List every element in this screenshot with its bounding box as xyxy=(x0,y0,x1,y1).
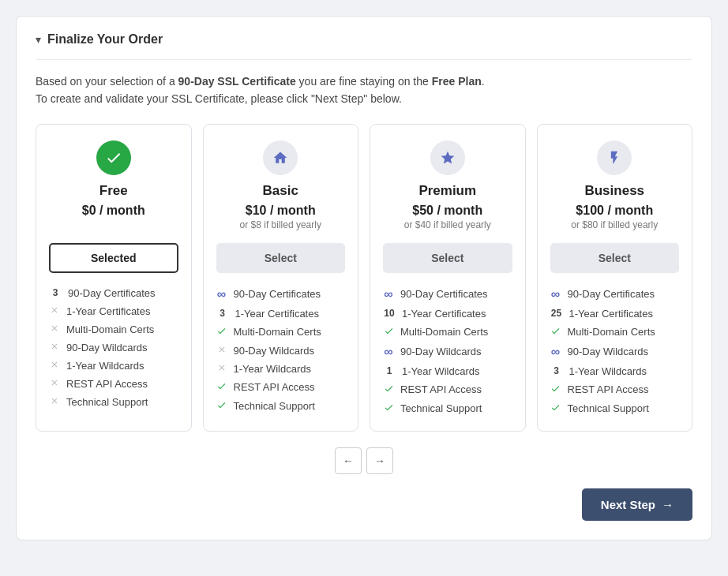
features-list-free: 390-Day Certificates1-Year CertificatesM… xyxy=(49,287,178,408)
list-item: Multi-Domain Certs xyxy=(49,324,178,335)
list-item: REST API Access xyxy=(383,383,512,396)
next-step-label: Next Step xyxy=(601,498,655,511)
features-list-premium: ∞90-Day Certificates101-Year Certificate… xyxy=(383,287,512,415)
list-item: REST API Access xyxy=(49,378,178,390)
checkmark-icon xyxy=(383,383,394,396)
feature-text: Multi-Domain Certs xyxy=(568,326,655,338)
feature-text: 90-Day Certificates xyxy=(568,288,655,300)
next-step-arrow-icon: → xyxy=(662,498,674,511)
cross-icon xyxy=(216,345,227,357)
list-item: 90-Day Wildcards xyxy=(216,345,346,357)
plan-card-free: Free$0 / monthSelected390-Day Certificat… xyxy=(36,124,192,432)
plan-card-premium: Premium$50 / monthor $40 if billed yearl… xyxy=(370,124,526,432)
desc-line2: To create and validate your SSL Certific… xyxy=(36,92,402,105)
plan-price-free: $0 / month xyxy=(82,204,145,218)
next-step-button[interactable]: Next Step → xyxy=(582,488,692,521)
plan-name-free: Free xyxy=(99,183,128,199)
list-item: Technical Support xyxy=(49,396,178,408)
cross-icon xyxy=(49,305,60,317)
plan-card-business: Business$100 / monthor $80 if billed yea… xyxy=(537,124,693,432)
plan-btn-free[interactable]: Selected xyxy=(49,243,178,273)
list-item: 390-Day Certificates xyxy=(49,287,178,299)
plans-grid: Free$0 / monthSelected390-Day Certificat… xyxy=(36,124,692,432)
list-item: 31-Year Wildcards xyxy=(550,365,680,377)
list-item: 31-Year Certificates xyxy=(216,308,346,320)
feature-badge: 3 xyxy=(216,308,229,319)
checkmark-icon xyxy=(216,400,227,413)
checkmark-icon xyxy=(383,402,394,415)
feature-badge: 10 xyxy=(383,308,396,319)
feature-text: 90-Day Wildcards xyxy=(66,342,148,353)
feature-text: 90-Day Wildcards xyxy=(568,346,649,357)
infinity-icon: ∞ xyxy=(216,287,227,301)
plan-btn-basic[interactable]: Select xyxy=(216,243,346,273)
desc-free-plan-bold: Free Plan xyxy=(432,75,482,88)
feature-text: 1-Year Wildcards xyxy=(569,365,647,377)
plan-price-premium: $50 / month xyxy=(412,204,482,218)
list-item: 101-Year Certificates xyxy=(383,308,512,320)
checkmark-icon xyxy=(216,381,227,394)
next-page-button[interactable]: → xyxy=(366,447,393,474)
feature-text: Multi-Domain Certs xyxy=(66,324,154,335)
list-item: ∞90-Day Wildcards xyxy=(550,345,680,359)
cross-icon xyxy=(49,378,60,390)
plan-btn-business[interactable]: Select xyxy=(550,243,680,273)
infinity-icon: ∞ xyxy=(383,345,394,359)
feature-text: 1-Year Wildcards xyxy=(66,360,144,372)
description-text: Based on your selection of a 90-Day SSL … xyxy=(36,73,692,108)
plan-name-premium: Premium xyxy=(418,183,476,199)
checkmark-icon xyxy=(550,402,561,415)
list-item: 11-Year Wildcards xyxy=(383,365,512,377)
feature-text: 1-Year Certificates xyxy=(66,305,150,317)
list-item: Multi-Domain Certs xyxy=(383,326,512,338)
plan-price-basic: $10 / month xyxy=(246,204,316,218)
main-container: ▾ Finalize Your Order Based on your sele… xyxy=(0,0,728,576)
plan-name-business: Business xyxy=(584,183,644,199)
plan-price-business: $100 / month xyxy=(576,204,653,218)
infinity-icon: ∞ xyxy=(550,287,561,301)
card-header: ▾ Finalize Your Order xyxy=(36,32,692,60)
feature-badge: 3 xyxy=(550,365,563,376)
checkmark-icon xyxy=(216,326,227,338)
feature-badge: 25 xyxy=(550,308,563,319)
feature-text: Technical Support xyxy=(234,400,315,412)
list-item: 251-Year Certificates xyxy=(550,308,680,320)
plan-btn-premium[interactable]: Select xyxy=(383,243,512,273)
feature-text: Multi-Domain Certs xyxy=(234,326,321,338)
plan-name-basic: Basic xyxy=(263,183,298,199)
desc-ssl-bold: 90-Day SSL Certificate xyxy=(178,75,296,88)
features-list-basic: ∞90-Day Certificates31-Year Certificates… xyxy=(216,287,346,413)
feature-text: REST API Access xyxy=(568,383,649,395)
list-item: Technical Support xyxy=(383,402,512,415)
feature-badge: 1 xyxy=(383,365,396,376)
feature-text: 1-Year Certificates xyxy=(235,308,319,320)
plan-billing-basic: or $8 if billed yearly xyxy=(240,219,321,232)
infinity-icon: ∞ xyxy=(383,287,394,301)
list-item: Technical Support xyxy=(216,400,346,413)
list-item: 1-Year Certificates xyxy=(49,305,178,317)
list-item: ∞90-Day Certificates xyxy=(383,287,512,301)
list-item: Technical Support xyxy=(550,402,680,415)
feature-text: 90-Day Wildcards xyxy=(400,346,482,357)
chevron-icon: ▾ xyxy=(36,33,41,46)
pagination: ← → xyxy=(36,447,692,474)
feature-text: 1-Year Wildcards xyxy=(402,365,480,377)
checkmark-icon xyxy=(383,326,394,338)
plan-billing-premium: or $40 if billed yearly xyxy=(404,219,491,232)
list-item: REST API Access xyxy=(216,381,346,394)
feature-text: 1-Year Certificates xyxy=(402,308,486,320)
list-item: ∞90-Day Certificates xyxy=(550,287,680,301)
infinity-icon: ∞ xyxy=(550,345,561,359)
feature-text: Technical Support xyxy=(568,402,649,414)
list-item: Multi-Domain Certs xyxy=(550,326,680,338)
plan-icon-premium xyxy=(430,140,465,175)
feature-text: REST API Access xyxy=(66,378,148,390)
list-item: Multi-Domain Certs xyxy=(216,326,346,338)
feature-text: REST API Access xyxy=(234,381,315,393)
list-item: REST API Access xyxy=(550,383,680,396)
feature-text: 90-Day Wildcards xyxy=(234,345,315,357)
prev-page-button[interactable]: ← xyxy=(335,447,362,474)
feature-text: Technical Support xyxy=(66,396,148,408)
cross-icon xyxy=(49,396,60,408)
features-list-business: ∞90-Day Certificates251-Year Certificate… xyxy=(550,287,680,415)
